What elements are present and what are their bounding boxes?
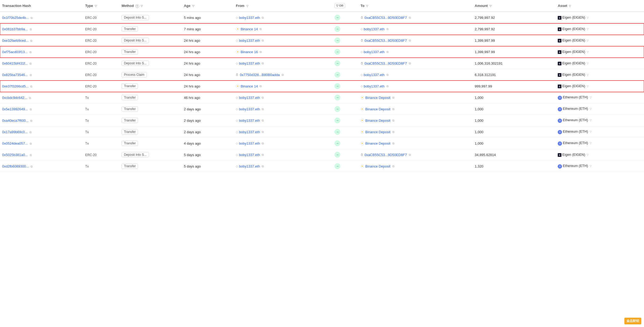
tx-method-badge[interactable]: Transfer xyxy=(122,106,138,112)
to-copy-icon[interactable]: ⧉ xyxy=(409,16,412,19)
tx-hash-link[interactable]: 0x1f70b25de4b... xyxy=(2,16,29,20)
from-copy-icon[interactable]: ⧉ xyxy=(262,130,265,133)
asset-filter-icon[interactable]: ▽ xyxy=(587,16,589,19)
tx-method-badge[interactable]: Transfer xyxy=(122,26,138,32)
type-filter-icon[interactable]: ▽ xyxy=(95,5,97,7)
tx-to-link[interactable]: Binance Deposit xyxy=(365,164,390,168)
asset-filter-icon[interactable]: ▽ xyxy=(590,119,592,122)
to-copy-icon[interactable]: ⧉ xyxy=(409,39,412,42)
asset-filter-icon[interactable]: ▽ xyxy=(587,51,589,53)
tx-from-link[interactable]: Binance 14 xyxy=(241,27,258,31)
tx-method-badge[interactable]: Deposit Into S... xyxy=(122,61,149,66)
tx-from-link[interactable]: boby1337.eth xyxy=(239,107,260,111)
hash-copy-icon[interactable]: ⧉ xyxy=(31,16,34,19)
asset-filter-icon[interactable]: ▽ xyxy=(590,130,592,133)
hash-copy-icon[interactable]: ⧉ xyxy=(30,28,33,31)
tx-to-link[interactable]: Binance Deposit xyxy=(365,141,390,145)
tx-method-badge[interactable]: Transfer xyxy=(122,129,138,135)
tx-from-link[interactable]: boby1337.eth xyxy=(239,153,260,157)
tx-to-link[interactable]: boby1337.eth xyxy=(364,27,385,31)
hash-copy-icon[interactable]: ⧉ xyxy=(31,165,34,168)
tx-to-link[interactable]: Binance Deposit xyxy=(365,130,390,134)
asset-filter-icon[interactable]: ▽ xyxy=(590,142,592,145)
to-copy-icon[interactable]: ⧉ xyxy=(392,130,396,133)
to-copy-icon[interactable]: ⧉ xyxy=(387,85,390,88)
asset-filter-icon[interactable]: ▽ xyxy=(590,96,592,99)
from-filter-icon[interactable]: ▽ xyxy=(246,5,248,7)
to-copy-icon[interactable]: ⧉ xyxy=(392,165,396,168)
col-header-or[interactable]: ▽ OR xyxy=(332,0,358,12)
tx-hash-link[interactable]: 0x0524dea057... xyxy=(2,141,28,145)
tx-to-link[interactable]: boby1337.eth xyxy=(364,84,385,88)
tx-hash-link[interactable]: 0xe32faeb9ced... xyxy=(2,39,29,43)
tx-hash-link[interactable]: 0xa40eca7f600... xyxy=(2,119,29,123)
from-copy-icon[interactable]: ⧉ xyxy=(262,142,265,145)
from-copy-icon[interactable]: ⧉ xyxy=(262,16,265,19)
asset-filter-icon[interactable]: ▽ xyxy=(569,5,571,7)
tx-from-link[interactable]: boby1337.eth xyxy=(239,39,260,43)
tx-method-badge[interactable]: Transfer xyxy=(122,95,138,100)
from-copy-icon[interactable]: ⧉ xyxy=(260,27,263,31)
asset-filter-icon[interactable]: ▽ xyxy=(590,165,592,167)
tx-from-link[interactable]: Binance 14 xyxy=(241,84,258,88)
from-copy-icon[interactable]: ⧉ xyxy=(262,39,265,42)
tx-from-link[interactable]: boby1337.eth xyxy=(239,119,260,123)
tx-hash-link[interactable]: 0xcbdc9dc642... xyxy=(2,96,27,100)
tx-to-link[interactable]: 0xaCB55C53...9D50ED8F7 xyxy=(364,39,407,43)
col-header-from[interactable]: From ▽ xyxy=(234,0,332,12)
to-copy-icon[interactable]: ⧉ xyxy=(387,73,390,76)
to-copy-icon[interactable]: ⧉ xyxy=(392,142,396,145)
asset-filter-icon[interactable]: ▽ xyxy=(587,85,589,88)
tx-to-link[interactable]: Binance Deposit xyxy=(365,107,390,111)
tx-method-badge[interactable]: Deposit Into S... xyxy=(122,38,149,43)
asset-filter-icon[interactable]: ▽ xyxy=(590,107,592,110)
tx-method-badge[interactable]: Transfer xyxy=(122,49,138,54)
asset-filter-icon[interactable]: ▽ xyxy=(587,62,589,65)
from-copy-icon[interactable]: ⧉ xyxy=(262,107,265,111)
col-header-asset[interactable]: Asset ▽ xyxy=(556,0,644,12)
hash-copy-icon[interactable]: ⧉ xyxy=(30,119,33,122)
tx-to-link[interactable]: 0xaCB55C53...9D50ED8F7 xyxy=(364,61,407,65)
asset-filter-icon[interactable]: ▽ xyxy=(587,73,589,76)
from-copy-icon[interactable]: ⧉ xyxy=(262,165,265,168)
from-copy-icon[interactable]: ⧉ xyxy=(262,119,265,122)
to-copy-icon[interactable]: ⧉ xyxy=(392,107,396,111)
hash-copy-icon[interactable]: ⧉ xyxy=(30,39,33,42)
tx-hash-link[interactable]: 0xd2fb6089300... xyxy=(2,164,29,168)
hash-copy-icon[interactable]: ⧉ xyxy=(30,85,33,88)
asset-filter-icon[interactable]: ▽ xyxy=(587,28,589,31)
to-copy-icon[interactable]: ⧉ xyxy=(387,50,390,53)
hash-copy-icon[interactable]: ⧉ xyxy=(30,142,33,145)
tx-hash-link[interactable]: 0x825ba73546... xyxy=(2,73,28,77)
tx-to-link[interactable]: Binance Deposit xyxy=(365,119,390,123)
col-header-type[interactable]: Type ▽ xyxy=(83,0,119,12)
tx-method-badge[interactable]: Transfer xyxy=(122,118,138,123)
col-header-age[interactable]: Age ▽ xyxy=(182,0,234,12)
tx-hash-link[interactable]: 0x17a99b69c0... xyxy=(2,130,28,134)
tx-method-badge[interactable]: Transfer xyxy=(122,141,138,146)
to-copy-icon[interactable]: ⧉ xyxy=(409,62,412,65)
tx-hash-link[interactable]: 0x60415bf431f... xyxy=(2,61,28,65)
col-header-amount[interactable]: Amount ▽ xyxy=(473,0,556,12)
tx-to-link[interactable]: boby1337.eth xyxy=(364,50,385,54)
hash-copy-icon[interactable]: ⧉ xyxy=(29,131,33,134)
to-copy-icon[interactable]: ⧉ xyxy=(392,96,396,99)
tx-method-badge[interactable]: Transfer xyxy=(122,164,138,169)
hash-copy-icon[interactable]: ⧉ xyxy=(29,51,33,54)
tx-to-link[interactable]: 0xaCB55C53...9D50ED8F7 xyxy=(364,16,407,20)
tx-from-link[interactable]: boby1337.eth xyxy=(239,96,260,100)
tx-from-link[interactable]: 0x7750d328...B80B0adda xyxy=(240,73,280,77)
hash-copy-icon[interactable]: ⧉ xyxy=(29,96,32,99)
tx-method-badge[interactable]: Process Claim xyxy=(122,72,147,77)
hash-copy-icon[interactable]: ⧉ xyxy=(30,73,33,77)
tx-hash-link[interactable]: 0xf75acd03f13... xyxy=(2,50,28,54)
tx-from-link[interactable]: boby1337.eth xyxy=(239,16,260,20)
tx-from-link[interactable]: boby1337.eth xyxy=(239,130,260,134)
from-copy-icon[interactable]: ⧉ xyxy=(260,85,263,88)
from-copy-icon[interactable]: ⧉ xyxy=(282,73,285,76)
from-copy-icon[interactable]: ⧉ xyxy=(262,96,265,99)
from-copy-icon[interactable]: ⧉ xyxy=(262,153,265,156)
asset-filter-icon[interactable]: ▽ xyxy=(587,39,589,42)
hash-copy-icon[interactable]: ⧉ xyxy=(30,153,33,157)
tx-to-link[interactable]: boby1337.eth xyxy=(364,73,385,77)
